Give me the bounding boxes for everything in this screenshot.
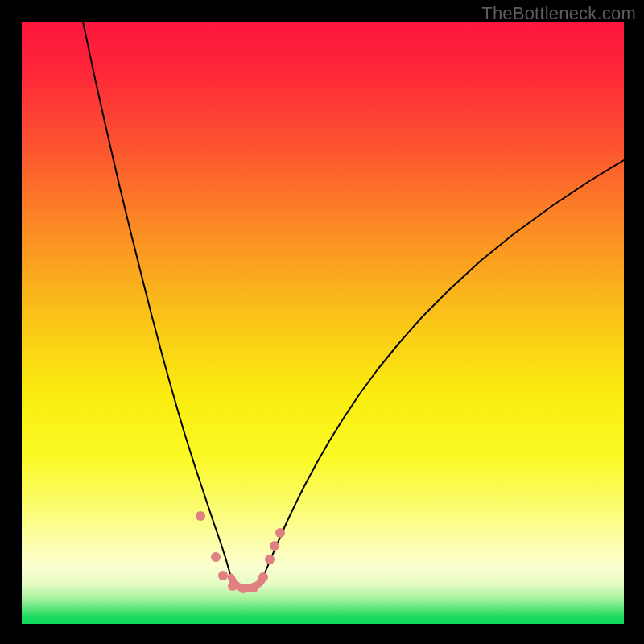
marker-right-4: [275, 528, 285, 538]
curves-layer: [22, 22, 624, 624]
series-right-branch: [263, 160, 624, 577]
chart-frame: TheBottleneck.com: [0, 0, 644, 644]
watermark-text: TheBottleneck.com: [481, 3, 636, 24]
marker-right-3: [270, 541, 279, 551]
marker-bottom-1: [228, 581, 237, 591]
plot-area: [22, 22, 624, 624]
marker-bottom-2: [238, 584, 248, 593]
series-left-branch: [83, 22, 231, 577]
marker-right-2: [265, 555, 275, 564]
marker-left-2: [218, 571, 228, 580]
marker-left-1: [211, 552, 221, 562]
marker-bottom-3: [249, 583, 258, 592]
marker-right-1: [258, 572, 268, 582]
marker-left-upper: [196, 511, 205, 521]
